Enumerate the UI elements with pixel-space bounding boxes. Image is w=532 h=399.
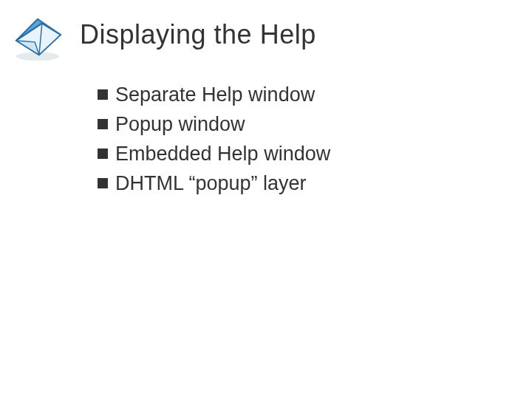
list-item: Embedded Help window <box>98 140 502 167</box>
svg-marker-1 <box>16 19 61 41</box>
logo-icon <box>9 13 66 64</box>
svg-point-0 <box>16 52 59 61</box>
square-bullet-icon <box>98 149 108 159</box>
list-item-text: Embedded Help window <box>115 140 330 167</box>
svg-marker-2 <box>16 24 61 55</box>
list-item-text: DHTML “popup” layer <box>115 170 307 197</box>
slide: Displaying the Help Separate Help window… <box>0 0 532 399</box>
slide-title: Displaying the Help <box>80 19 316 50</box>
svg-line-4 <box>39 24 42 55</box>
list-item: DHTML “popup” layer <box>98 170 502 197</box>
svg-marker-3 <box>16 41 39 55</box>
square-bullet-icon <box>98 89 108 100</box>
bullet-list: Separate Help window Popup window Embedd… <box>98 81 502 200</box>
list-item-text: Separate Help window <box>115 81 315 108</box>
list-item: Separate Help window <box>98 81 502 108</box>
square-bullet-icon <box>98 119 108 129</box>
list-item: Popup window <box>98 111 502 137</box>
list-item-text: Popup window <box>115 111 245 137</box>
square-bullet-icon <box>98 178 108 188</box>
